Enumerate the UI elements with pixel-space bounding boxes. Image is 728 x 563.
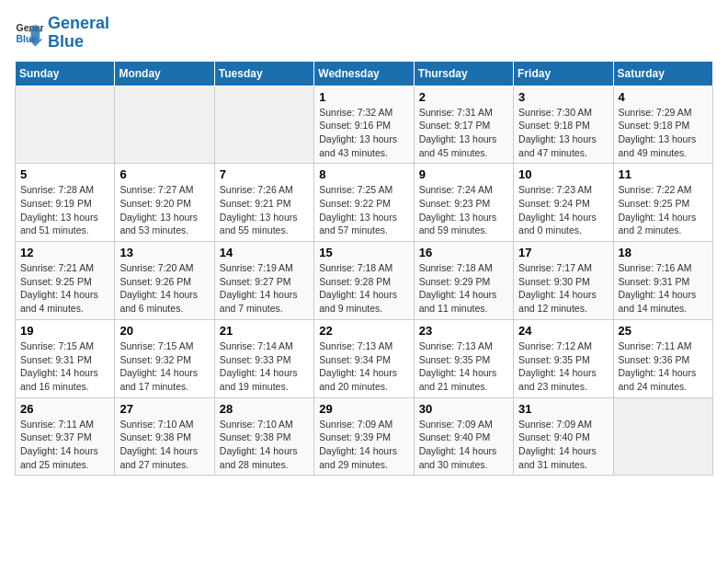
calendar-day-28: 28Sunrise: 7:10 AMSunset: 9:38 PMDayligh… [214,397,313,476]
day-info: Sunrise: 7:13 AMSunset: 9:35 PMDaylight:… [419,339,508,394]
day-info: Sunrise: 7:23 AMSunset: 9:24 PMDaylight:… [518,183,608,237]
calendar-week-3: 12Sunrise: 7:21 AMSunset: 9:25 PMDayligh… [16,242,713,320]
day-number: 10 [518,167,608,181]
day-info: Sunrise: 7:11 AMSunset: 9:36 PMDaylight:… [619,339,708,394]
day-number: 19 [20,324,109,338]
calendar-day-18: 18Sunrise: 7:16 AMSunset: 9:31 PMDayligh… [613,242,712,320]
calendar-empty-cell [115,86,214,164]
calendar-day-2: 2Sunrise: 7:31 AMSunset: 9:17 PMDaylight… [414,86,513,164]
calendar-day-1: 1Sunrise: 7:32 AMSunset: 9:16 PMDaylight… [314,86,414,164]
day-number: 31 [518,402,608,416]
day-number: 4 [619,90,708,104]
calendar-day-21: 21Sunrise: 7:14 AMSunset: 9:33 PMDayligh… [214,319,313,397]
calendar-day-23: 23Sunrise: 7:13 AMSunset: 9:35 PMDayligh… [414,319,513,397]
calendar-day-16: 16Sunrise: 7:18 AMSunset: 9:29 PMDayligh… [414,242,513,320]
calendar-empty-cell [16,86,115,164]
calendar-day-7: 7Sunrise: 7:26 AMSunset: 9:21 PMDaylight… [214,164,313,242]
weekday-header-sunday: Sunday [16,61,115,86]
day-number: 22 [319,324,408,338]
calendar-day-22: 22Sunrise: 7:13 AMSunset: 9:34 PMDayligh… [314,319,414,397]
calendar-day-11: 11Sunrise: 7:22 AMSunset: 9:25 PMDayligh… [613,164,712,242]
day-number: 5 [20,167,109,181]
weekday-header-friday: Friday [514,61,613,86]
calendar-day-26: 26Sunrise: 7:11 AMSunset: 9:37 PMDayligh… [16,397,115,476]
calendar-day-12: 12Sunrise: 7:21 AMSunset: 9:25 PMDayligh… [16,242,115,320]
calendar-day-27: 27Sunrise: 7:10 AMSunset: 9:38 PMDayligh… [115,397,214,476]
calendar-week-1: 1Sunrise: 7:32 AMSunset: 9:16 PMDaylight… [16,86,713,164]
day-number: 7 [220,167,309,181]
day-number: 18 [619,246,708,259]
day-number: 2 [419,90,508,104]
calendar-empty-cell [613,397,712,476]
day-info: Sunrise: 7:16 AMSunset: 9:31 PMDaylight:… [619,261,708,316]
day-number: 12 [20,246,109,259]
day-info: Sunrise: 7:27 AMSunset: 9:20 PMDaylight:… [119,183,209,237]
day-info: Sunrise: 7:19 AMSunset: 9:27 PMDaylight:… [220,261,309,316]
weekday-header-thursday: Thursday [414,61,513,86]
day-info: Sunrise: 7:32 AMSunset: 9:16 PMDaylight:… [319,106,408,160]
day-info: Sunrise: 7:31 AMSunset: 9:17 PMDaylight:… [419,106,508,160]
day-info: Sunrise: 7:24 AMSunset: 9:23 PMDaylight:… [419,183,508,237]
calendar-header: SundayMondayTuesdayWednesdayThursdayFrid… [16,61,713,86]
day-number: 15 [319,246,408,259]
day-info: Sunrise: 7:29 AMSunset: 9:18 PMDaylight:… [619,106,708,160]
page-header: General Blue General Blue [15,15,713,52]
calendar-day-6: 6Sunrise: 7:27 AMSunset: 9:20 PMDaylight… [115,164,214,242]
day-info: Sunrise: 7:09 AMSunset: 9:40 PMDaylight:… [419,418,508,472]
day-number: 14 [220,246,309,259]
day-info: Sunrise: 7:26 AMSunset: 9:21 PMDaylight:… [220,183,309,237]
day-number: 17 [518,246,608,259]
calendar-day-24: 24Sunrise: 7:12 AMSunset: 9:35 PMDayligh… [514,319,613,397]
calendar-table: SundayMondayTuesdayWednesdayThursdayFrid… [15,61,713,477]
day-info: Sunrise: 7:25 AMSunset: 9:22 PMDaylight:… [319,183,408,237]
logo: General Blue General Blue [15,15,109,52]
day-number: 3 [518,90,608,104]
calendar-day-31: 31Sunrise: 7:09 AMSunset: 9:40 PMDayligh… [514,397,613,476]
calendar-day-29: 29Sunrise: 7:09 AMSunset: 9:39 PMDayligh… [314,397,414,476]
day-info: Sunrise: 7:10 AMSunset: 9:38 PMDaylight:… [119,418,209,472]
day-number: 1 [319,90,408,104]
calendar-day-9: 9Sunrise: 7:24 AMSunset: 9:23 PMDaylight… [414,164,513,242]
svg-text:General: General [17,23,44,33]
day-info: Sunrise: 7:18 AMSunset: 9:29 PMDaylight:… [419,261,508,316]
day-number: 24 [518,324,608,338]
day-info: Sunrise: 7:09 AMSunset: 9:40 PMDaylight:… [518,418,608,472]
day-info: Sunrise: 7:15 AMSunset: 9:32 PMDaylight:… [119,339,209,394]
day-info: Sunrise: 7:09 AMSunset: 9:39 PMDaylight:… [319,418,408,472]
day-info: Sunrise: 7:21 AMSunset: 9:25 PMDaylight:… [20,261,109,316]
calendar-day-25: 25Sunrise: 7:11 AMSunset: 9:36 PMDayligh… [613,319,712,397]
calendar-day-10: 10Sunrise: 7:23 AMSunset: 9:24 PMDayligh… [514,164,613,242]
weekday-header-tuesday: Tuesday [214,61,313,86]
weekday-header-monday: Monday [115,61,214,86]
logo-text-general: General [48,15,109,33]
day-info: Sunrise: 7:18 AMSunset: 9:28 PMDaylight:… [319,261,408,316]
day-info: Sunrise: 7:28 AMSunset: 9:19 PMDaylight:… [20,183,109,237]
day-number: 30 [419,402,508,416]
logo-text-blue: Blue [48,33,109,52]
day-number: 8 [319,167,408,181]
calendar-day-17: 17Sunrise: 7:17 AMSunset: 9:30 PMDayligh… [514,242,613,320]
day-info: Sunrise: 7:11 AMSunset: 9:37 PMDaylight:… [20,418,109,472]
calendar-week-4: 19Sunrise: 7:15 AMSunset: 9:31 PMDayligh… [16,319,713,397]
weekday-header-saturday: Saturday [613,61,712,86]
calendar-day-5: 5Sunrise: 7:28 AMSunset: 9:19 PMDaylight… [16,164,115,242]
day-info: Sunrise: 7:30 AMSunset: 9:18 PMDaylight:… [518,106,608,160]
day-number: 6 [119,167,209,181]
day-number: 28 [220,402,309,416]
calendar-body: 1Sunrise: 7:32 AMSunset: 9:16 PMDaylight… [16,86,713,476]
day-number: 25 [619,324,708,338]
day-info: Sunrise: 7:22 AMSunset: 9:25 PMDaylight:… [619,183,708,237]
calendar-week-5: 26Sunrise: 7:11 AMSunset: 9:37 PMDayligh… [16,397,713,476]
day-number: 26 [20,402,109,416]
day-number: 29 [319,402,408,416]
calendar-day-15: 15Sunrise: 7:18 AMSunset: 9:28 PMDayligh… [314,242,414,320]
logo-icon: General Blue [15,18,44,48]
calendar-day-20: 20Sunrise: 7:15 AMSunset: 9:32 PMDayligh… [115,319,214,397]
day-number: 13 [119,246,209,259]
calendar-week-2: 5Sunrise: 7:28 AMSunset: 9:19 PMDaylight… [16,164,713,242]
calendar-day-13: 13Sunrise: 7:20 AMSunset: 9:26 PMDayligh… [115,242,214,320]
day-info: Sunrise: 7:17 AMSunset: 9:30 PMDaylight:… [518,261,608,316]
calendar-day-19: 19Sunrise: 7:15 AMSunset: 9:31 PMDayligh… [16,319,115,397]
weekday-header-wednesday: Wednesday [314,61,414,86]
day-number: 21 [220,324,309,338]
